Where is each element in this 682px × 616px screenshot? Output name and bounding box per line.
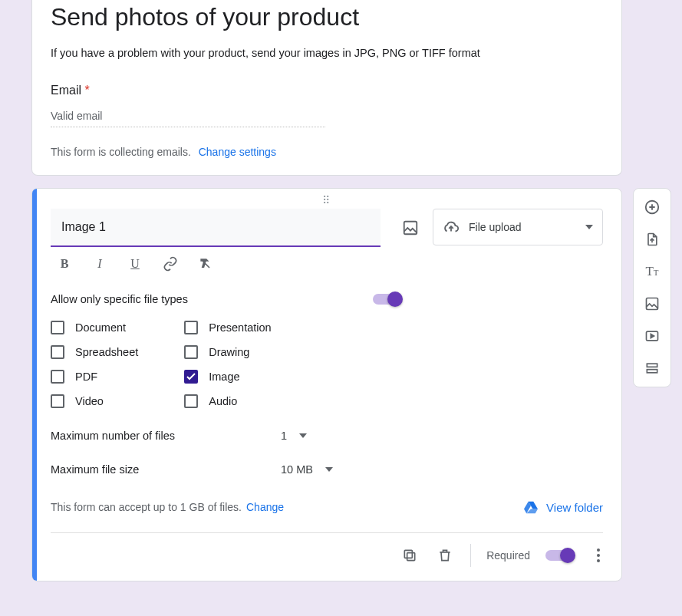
form-description: If you have a problem with your product,… [51,47,603,59]
form-title: Send photos of your product [51,3,603,31]
email-label: Email * [51,84,603,97]
svg-rect-0 [404,222,417,235]
required-label: Required [486,549,530,562]
svg-rect-1 [407,553,415,561]
filetype-label: Document [75,321,126,334]
delete-icon[interactable] [435,545,455,565]
side-toolbar: TT [633,188,671,387]
more-options-icon[interactable] [589,548,608,562]
view-folder-link[interactable]: View folder [523,500,603,514]
italic-icon[interactable]: I [92,256,107,272]
checkbox-icon [184,345,198,359]
divider [470,544,471,567]
filetype-checkbox-image[interactable]: Image [184,370,271,384]
checkbox-icon [51,370,64,384]
checkbox-icon [184,394,198,408]
max-size-label: Maximum file size [51,463,281,476]
underline-icon[interactable]: U [127,256,143,272]
allow-specific-types-toggle[interactable] [373,294,401,305]
clear-format-icon[interactable] [198,256,213,272]
storage-limit-text: This form can accept up to 1 GB of files… [51,501,242,513]
add-video-icon[interactable] [643,327,661,345]
caret-down-icon [325,467,333,472]
filetype-checkbox-document[interactable]: Document [51,321,138,334]
cloud-upload-icon [443,219,460,236]
collecting-emails-notice: This form is collecting emails. Change s… [51,146,603,158]
filetype-checkbox-video[interactable]: Video [51,394,138,408]
max-files-select[interactable]: 1 [281,430,342,442]
change-settings-link[interactable]: Change settings [199,146,276,158]
filetype-label: Spreadsheet [75,346,138,358]
allow-specific-types-label: Allow only specific file types [51,293,188,305]
drive-icon [523,500,539,514]
checkbox-icon [51,394,64,408]
filetype-label: PDF [75,371,97,383]
checkbox-icon [51,345,64,359]
filetype-checkbox-presentation[interactable]: Presentation [184,321,271,334]
add-image-icon[interactable] [400,218,420,238]
max-files-label: Maximum number of files [51,430,281,442]
bold-icon[interactable]: B [57,256,72,272]
filetype-checkbox-spreadsheet[interactable]: Spreadsheet [51,345,138,359]
filetype-label: Video [75,395,104,407]
format-toolbar: B I U [51,247,388,272]
checkbox-icon [184,370,198,384]
caret-down-icon [299,433,307,438]
filetype-options: DocumentSpreadsheetPDFVideo Presentation… [51,321,603,408]
required-asterisk: * [84,84,89,97]
filetype-checkbox-pdf[interactable]: PDF [51,370,138,384]
duplicate-icon[interactable] [400,545,420,565]
drag-handle-icon[interactable]: ⠿ [32,189,621,204]
add-title-icon[interactable]: TT [643,262,661,281]
form-header-card: Send photos of your product If you have … [31,0,622,176]
caret-down-icon [585,225,593,229]
filetype-checkbox-audio[interactable]: Audio [184,394,271,408]
svg-rect-7 [647,370,657,373]
question-title-input[interactable] [51,209,381,247]
svg-rect-6 [647,364,657,367]
link-icon[interactable] [163,256,178,272]
checkbox-icon [184,321,198,334]
filetype-label: Audio [209,395,237,407]
email-field[interactable]: Valid email [51,110,325,127]
add-section-icon[interactable] [643,359,661,377]
add-question-icon[interactable] [643,198,661,216]
filetype-label: Image [209,371,239,383]
filetype-label: Presentation [209,321,271,334]
import-questions-icon[interactable] [643,230,661,249]
filetype-label: Drawing [209,346,249,358]
svg-rect-2 [405,550,413,558]
filetype-checkbox-drawing[interactable]: Drawing [184,345,271,359]
add-image-toolbar-icon[interactable] [643,295,661,313]
checkbox-icon [51,321,64,334]
change-limit-link[interactable]: Change [246,501,284,513]
svg-rect-4 [647,298,658,310]
question-type-select[interactable]: File upload [433,209,603,245]
required-toggle[interactable] [545,550,574,561]
max-size-select[interactable]: 10 MB [281,463,342,476]
question-type-label: File upload [469,221,522,233]
question-card: ⠿ B I U File upload [31,188,622,581]
